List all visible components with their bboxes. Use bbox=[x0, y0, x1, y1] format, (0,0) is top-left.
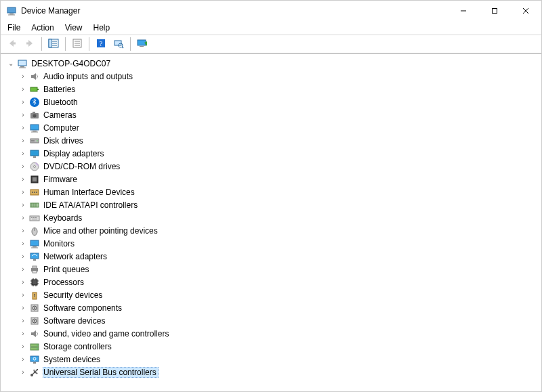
printer-icon bbox=[29, 264, 40, 275]
svg-point-89 bbox=[37, 345, 37, 345]
forward-button[interactable] bbox=[22, 36, 38, 52]
svg-rect-58 bbox=[32, 219, 37, 219]
expand-icon[interactable]: › bbox=[18, 72, 28, 81]
close-button[interactable] bbox=[510, 1, 541, 21]
svg-rect-10 bbox=[49, 39, 51, 47]
tree-node[interactable]: ›System devices bbox=[3, 353, 541, 366]
tree-node[interactable]: ›Firmware bbox=[3, 173, 541, 186]
tree-node[interactable]: ›Print queues bbox=[3, 263, 541, 276]
expand-icon[interactable]: › bbox=[18, 265, 28, 274]
network-icon bbox=[29, 251, 40, 262]
expand-icon[interactable]: › bbox=[18, 316, 28, 326]
expand-icon[interactable]: › bbox=[18, 110, 28, 120]
expand-icon[interactable]: › bbox=[18, 200, 28, 210]
node-label: System devices bbox=[43, 354, 102, 365]
svg-rect-39 bbox=[31, 140, 35, 141]
minimize-button[interactable] bbox=[448, 1, 479, 21]
tree-root-node[interactable]: ⌄ DESKTOP-G4ODC07 bbox=[3, 57, 541, 70]
tree-node[interactable]: ›Monitors bbox=[3, 237, 541, 250]
menu-file[interactable]: File bbox=[2, 22, 26, 34]
expand-icon[interactable]: › bbox=[18, 85, 28, 94]
tree-node[interactable]: ›Computer bbox=[3, 121, 541, 134]
expand-icon[interactable]: › bbox=[18, 175, 28, 184]
tree-node[interactable]: ›Batteries bbox=[3, 83, 541, 95]
node-label: Print queues bbox=[43, 264, 91, 275]
node-label: Software devices bbox=[43, 315, 107, 326]
properties-icon bbox=[72, 38, 83, 51]
tree-node[interactable]: ›Network adapters bbox=[3, 250, 541, 263]
expand-icon[interactable]: › bbox=[18, 303, 28, 313]
menu-view[interactable]: View bbox=[60, 22, 88, 34]
node-label: Computer bbox=[43, 123, 81, 133]
expand-icon[interactable]: › bbox=[18, 226, 28, 236]
tree-node[interactable]: ›IDE ATA/ATAPI controllers bbox=[3, 198, 541, 211]
svg-rect-26 bbox=[20, 66, 24, 68]
collapse-icon[interactable]: ⌄ bbox=[6, 59, 16, 68]
app-icon bbox=[6, 5, 17, 16]
tree-node[interactable]: ›Sound, video and game controllers bbox=[3, 327, 541, 340]
expand-icon[interactable]: › bbox=[18, 162, 28, 171]
expand-icon[interactable]: › bbox=[18, 97, 28, 107]
svg-rect-33 bbox=[33, 112, 35, 113]
tree-node[interactable]: ›Display adapters bbox=[3, 147, 541, 160]
back-button[interactable] bbox=[4, 36, 20, 52]
tree-node[interactable]: ›Processors bbox=[3, 276, 541, 288]
tree-node[interactable]: ›Disk drives bbox=[3, 134, 541, 147]
expand-icon[interactable]: › bbox=[18, 123, 28, 133]
node-label: Security devices bbox=[43, 290, 104, 301]
tree-node[interactable]: ›Universal Serial Bus controllers bbox=[3, 366, 541, 378]
tree-node[interactable]: ›Software components bbox=[3, 301, 541, 314]
expand-icon[interactable]: › bbox=[18, 149, 28, 158]
tree-node[interactable]: ›Mice and other pointing devices bbox=[3, 224, 541, 237]
tree-node[interactable]: ›Keyboards bbox=[3, 211, 541, 224]
menu-help[interactable]: Help bbox=[88, 22, 116, 34]
toolbar-separator bbox=[41, 37, 42, 51]
storage-icon bbox=[29, 341, 40, 352]
svg-point-48 bbox=[34, 192, 35, 193]
expand-icon[interactable]: › bbox=[18, 355, 28, 364]
component-icon bbox=[29, 303, 40, 313]
svg-rect-20 bbox=[114, 41, 121, 45]
scan-hardware-button[interactable] bbox=[110, 36, 127, 52]
expand-icon[interactable]: › bbox=[18, 278, 28, 287]
back-arrow-icon bbox=[7, 38, 18, 51]
usb-icon bbox=[29, 367, 40, 378]
tree-node[interactable]: ›Cameras bbox=[3, 108, 541, 121]
expand-icon[interactable]: › bbox=[18, 188, 28, 197]
component-icon bbox=[29, 315, 40, 326]
svg-rect-27 bbox=[19, 67, 26, 68]
computer-icon bbox=[17, 58, 28, 69]
expand-icon[interactable]: › bbox=[18, 252, 28, 261]
expand-icon[interactable]: › bbox=[18, 239, 28, 248]
toolbar-separator bbox=[130, 37, 131, 51]
expand-icon[interactable]: › bbox=[18, 368, 28, 377]
expand-icon[interactable]: › bbox=[18, 342, 28, 351]
svg-rect-45 bbox=[33, 177, 37, 181]
help-button[interactable]: ? bbox=[93, 36, 109, 52]
maximize-button[interactable] bbox=[479, 1, 510, 21]
tree-node[interactable]: ›Storage controllers bbox=[3, 340, 541, 353]
svg-point-83 bbox=[34, 307, 35, 309]
tree-node[interactable]: ›Security devices bbox=[3, 288, 541, 301]
svg-rect-63 bbox=[31, 247, 38, 248]
expand-icon[interactable]: › bbox=[18, 136, 28, 146]
add-legacy-hardware-button[interactable] bbox=[134, 36, 150, 52]
menu-action[interactable]: Action bbox=[26, 22, 59, 34]
tree-node[interactable]: ›Human Interface Devices bbox=[3, 186, 541, 198]
properties-button[interactable] bbox=[69, 36, 85, 52]
device-tree[interactable]: ⌄ DESKTOP-G4ODC07 ›Audio inputs and outp… bbox=[1, 53, 541, 391]
expand-icon[interactable]: › bbox=[18, 290, 28, 300]
tree-node[interactable]: ›DVD/CD-ROM drives bbox=[3, 160, 541, 173]
scan-hardware-icon bbox=[113, 38, 124, 51]
monitor-icon bbox=[29, 123, 40, 133]
expand-icon[interactable]: › bbox=[18, 329, 28, 339]
svg-rect-91 bbox=[30, 356, 39, 362]
display-icon bbox=[29, 148, 40, 159]
tree-node[interactable]: ›Bluetooth bbox=[3, 95, 541, 108]
show-hide-console-button[interactable] bbox=[45, 36, 62, 52]
expand-icon[interactable]: › bbox=[18, 213, 28, 223]
dvd-icon bbox=[29, 161, 40, 172]
tree-node[interactable]: ›Audio inputs and outputs bbox=[3, 70, 541, 83]
tree-node[interactable]: ›Software devices bbox=[3, 314, 541, 327]
node-label: Bluetooth bbox=[43, 97, 80, 108]
